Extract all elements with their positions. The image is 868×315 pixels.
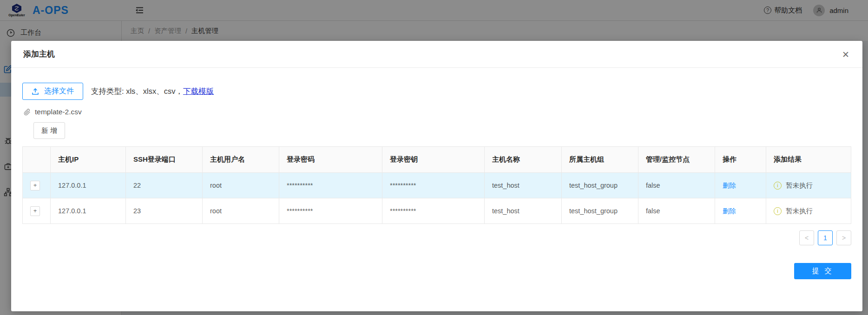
paperclip-icon — [24, 109, 31, 116]
cell-password: ********** — [279, 173, 382, 198]
info-icon — [774, 182, 782, 190]
cell-host-user: root — [203, 198, 279, 224]
col-login-key: 登录密钥 — [382, 147, 485, 173]
modal-footer: 提 交 — [22, 263, 851, 279]
col-management: 管理/监控节点 — [638, 147, 715, 173]
pagination-page-1[interactable]: 1 — [818, 230, 833, 245]
host-table: 主机IP SSH登录端口 主机用户名 登录密码 登录密钥 主机名称 所属主机组 … — [22, 146, 851, 224]
expand-row-button[interactable]: + — [30, 206, 40, 216]
upload-icon — [32, 88, 39, 95]
uploaded-file-item[interactable]: template-2.csv — [22, 108, 851, 116]
cell-result: 暂未执行 — [774, 207, 843, 216]
pagination-prev-button[interactable]: < — [799, 230, 814, 245]
modal-body: 选择文件 支持类型: xls、xlsx、csv， 下载模版 template-2… — [11, 83, 862, 279]
file-name: template-2.csv — [35, 108, 82, 116]
table-row: + 127.0.0.1 22 root ********** *********… — [23, 173, 851, 198]
delete-link[interactable]: 删除 — [723, 182, 736, 189]
col-result: 添加结果 — [766, 147, 851, 173]
col-action: 操作 — [715, 147, 766, 173]
table-row: + 127.0.0.1 23 root ********** *********… — [23, 198, 851, 224]
pagination: < 1 > — [22, 230, 851, 245]
info-icon — [774, 207, 782, 215]
add-row-button[interactable]: 新 增 — [33, 122, 65, 139]
cell-host-name: test_host — [485, 198, 562, 224]
cell-password: ********** — [279, 198, 382, 224]
cell-ssh-port: 23 — [126, 198, 203, 224]
col-expand — [23, 147, 51, 173]
cell-management: false — [638, 198, 715, 224]
col-host-name: 主机名称 — [485, 147, 562, 173]
col-host-ip: 主机IP — [51, 147, 126, 173]
expand-row-button[interactable]: + — [30, 181, 40, 190]
cell-result: 暂未执行 — [774, 181, 843, 190]
upload-row: 选择文件 支持类型: xls、xlsx、csv， 下载模版 — [22, 83, 851, 100]
cell-ssh-port: 22 — [126, 173, 203, 198]
delete-link[interactable]: 删除 — [723, 207, 736, 215]
choose-file-button[interactable]: 选择文件 — [22, 83, 83, 100]
close-icon[interactable]: ✕ — [837, 46, 854, 63]
col-password: 登录密码 — [279, 147, 382, 173]
cell-host-ip: 127.0.0.1 — [51, 198, 126, 224]
pagination-next-button[interactable]: > — [836, 230, 851, 245]
modal-title: 添加主机 — [23, 49, 55, 59]
col-host-group: 所属主机组 — [562, 147, 638, 173]
cell-host-ip: 127.0.0.1 — [51, 173, 126, 198]
choose-file-label: 选择文件 — [44, 86, 74, 96]
cell-login-key: ********** — [382, 173, 485, 198]
col-ssh-port: SSH登录端口 — [126, 147, 203, 173]
supported-types-text: 支持类型: xls、xlsx、csv， — [91, 86, 183, 97]
modal-header: 添加主机 ✕ — [11, 41, 862, 68]
cell-host-name: test_host — [485, 173, 562, 198]
cell-host-user: root — [203, 173, 279, 198]
cell-login-key: ********** — [382, 198, 485, 224]
add-host-modal: 添加主机 ✕ 选择文件 支持类型: xls、xlsx、csv， 下载模版 tem… — [11, 41, 862, 311]
cell-host-group: test_host_group — [562, 173, 638, 198]
cell-host-group: test_host_group — [562, 198, 638, 224]
cell-management: false — [638, 173, 715, 198]
col-host-user: 主机用户名 — [203, 147, 279, 173]
table-header-row: 主机IP SSH登录端口 主机用户名 登录密码 登录密钥 主机名称 所属主机组 … — [23, 147, 851, 173]
submit-button[interactable]: 提 交 — [794, 263, 851, 279]
download-template-link[interactable]: 下载模版 — [183, 86, 214, 97]
